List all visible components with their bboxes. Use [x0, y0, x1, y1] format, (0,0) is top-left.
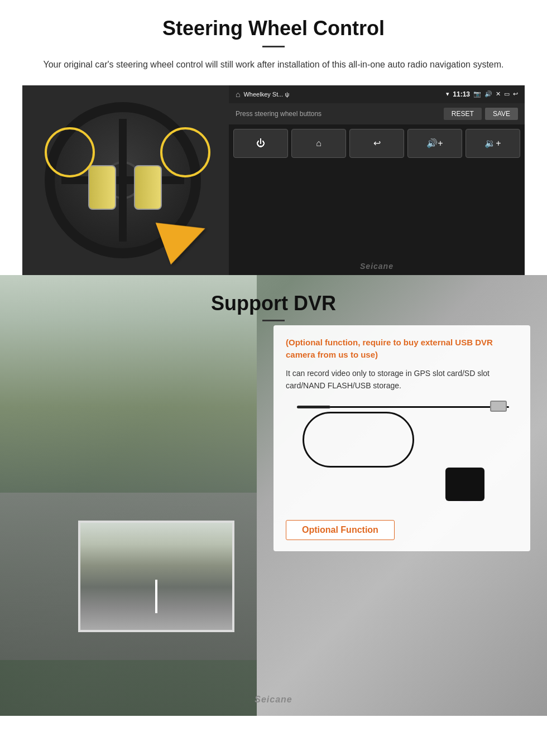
dvr-title-area: Support DVR — [0, 275, 547, 333]
back-icon: ↩ — [513, 90, 518, 98]
direction-arrow — [156, 207, 213, 264]
app-name: Wheelkey St... ψ — [243, 91, 443, 98]
camera-body — [445, 468, 484, 501]
steering-section: Steering Wheel Control Your original car… — [0, 0, 547, 275]
title-divider — [262, 46, 285, 47]
wheel-button-left — [88, 165, 116, 210]
steering-subtitle: Your original car's steering wheel contr… — [22, 57, 525, 72]
toolbar-buttons[interactable]: RESET SAVE — [444, 108, 518, 120]
dvr-thumbnail-image — [80, 523, 232, 630]
steering-title: Steering Wheel Control — [22, 17, 525, 40]
save-button[interactable]: SAVE — [485, 108, 518, 120]
sw-vol-down-btn[interactable]: 🔉+ — [466, 129, 520, 158]
status-icons: ▾ 11:13 📷 🔊 ✕ ▭ ↩ — [446, 90, 518, 98]
road-center-line — [155, 580, 157, 613]
dvr-recording-thumbnail — [78, 521, 234, 632]
optional-function-button[interactable]: Optional Function — [286, 520, 395, 540]
dvr-description: It can record video only to storage in G… — [286, 367, 518, 392]
android-toolbar: Press steering wheel buttons RESET SAVE — [229, 103, 525, 124]
dvr-title-divider — [262, 320, 285, 321]
close-icon: ✕ — [496, 90, 501, 98]
volume-icon: 🔊 — [484, 90, 492, 98]
wheel-spoke-vertical — [119, 119, 127, 242]
dvr-optional-notice: (Optional function, require to buy exter… — [286, 336, 518, 362]
camera-cable-coil — [303, 412, 414, 468]
home-icon: ⌂ — [236, 90, 240, 99]
dvr-section: Support DVR (Optional function, require … — [0, 275, 547, 716]
android-watermark: Seicane — [229, 257, 525, 275]
sw-home-btn[interactable]: ⌂ — [291, 129, 346, 158]
reset-button[interactable]: RESET — [444, 108, 482, 120]
highlight-circle-left — [45, 127, 95, 177]
usb-connector — [490, 401, 507, 412]
sw-power-btn[interactable]: ⏻ — [233, 129, 288, 158]
window-icon: ▭ — [504, 90, 510, 98]
sw-back-btn[interactable]: ↩ — [349, 129, 404, 158]
camera-icon: 📷 — [473, 90, 481, 98]
dvr-title: Support DVR — [0, 292, 547, 315]
dvr-camera-illustration — [286, 401, 518, 512]
dvr-info-card: (Optional function, require to buy exter… — [274, 325, 530, 552]
highlight-circle-right — [160, 127, 210, 177]
toolbar-hint: Press steering wheel buttons — [236, 110, 322, 118]
android-ui-panel: ⌂ Wheelkey St... ψ ▾ 11:13 📷 🔊 ✕ ▭ ↩ Pre… — [229, 85, 525, 275]
status-time: 11:13 — [453, 90, 470, 98]
arrow-overlay — [162, 214, 218, 258]
sw-vol-up-btn[interactable]: 🔊+ — [407, 129, 462, 158]
android-statusbar: ⌂ Wheelkey St... ψ ▾ 11:13 📷 🔊 ✕ ▭ ↩ — [229, 85, 525, 103]
steering-demo-area: ⌂ Wheelkey St... ψ ▾ 11:13 📷 🔊 ✕ ▭ ↩ Pre… — [22, 85, 525, 275]
camera-cable — [297, 406, 509, 408]
steering-photo — [22, 85, 229, 275]
wifi-icon: ▾ — [446, 90, 449, 98]
steering-buttons-grid: ⏻ ⌂ ↩ 🔊+ 🔉+ — [229, 124, 525, 257]
wheel-button-right — [134, 165, 162, 210]
dvr-watermark: Seicane — [255, 695, 292, 705]
